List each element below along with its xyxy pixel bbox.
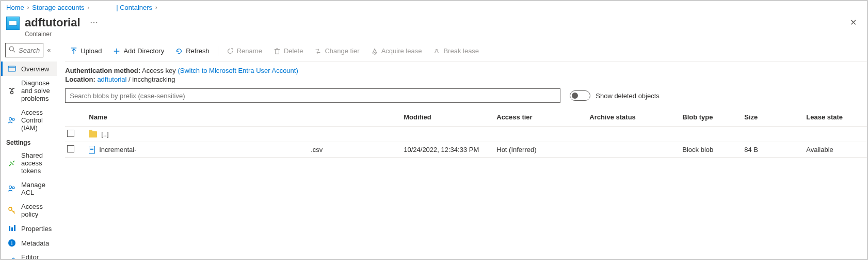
breadcrumb-home[interactable]: Home [6, 4, 24, 11]
col-blob-type[interactable]: Blob type [680, 110, 742, 124]
svg-rect-12 [14, 225, 15, 231]
toolbar-label: Rename [237, 47, 262, 55]
col-lease-state[interactable]: Lease state [804, 110, 866, 124]
row-archive-status [587, 147, 680, 153]
location-container-link[interactable]: adftutorial [97, 75, 126, 83]
rename-button: Rename [221, 44, 267, 58]
sidebar-item-overview[interactable]: Overview [1, 62, 57, 76]
sidebar-item-shared-access-tokens[interactable]: Shared access tokens [1, 148, 57, 178]
key-icon [8, 206, 16, 215]
blob-table: Name Modified Access tier Archive status… [65, 108, 868, 158]
sidebar-item-editor[interactable]: Editor (preview) [1, 250, 57, 260]
sidebar-item-label: Overview [21, 65, 49, 73]
svg-rect-2 [8, 66, 15, 71]
file-icon [89, 146, 95, 154]
sidebar-item-label: Manage ACL [21, 181, 52, 196]
svg-point-6 [12, 118, 14, 120]
col-name[interactable]: Name [87, 110, 309, 124]
table-row[interactable]: Incremental- .csv 10/24/2022, 12:34:33 P… [65, 142, 868, 158]
add-directory-button[interactable]: Add Directory [108, 44, 169, 58]
close-button[interactable]: ✕ [847, 14, 860, 30]
change-tier-button: Change tier [309, 44, 364, 58]
search-icon [9, 46, 15, 54]
col-access-tier[interactable]: Access tier [494, 110, 587, 124]
row-checkbox[interactable] [67, 130, 74, 137]
sidebar-item-label: Access Control (IAM) [21, 109, 52, 132]
sidebar-item-label: Access policy [21, 203, 52, 218]
sidebar-item-label: Editor (preview) [21, 253, 52, 260]
toolbar-label: Change tier [325, 47, 359, 55]
col-archive-status[interactable]: Archive status [587, 110, 680, 124]
switch-auth-link[interactable]: (Switch to Microsoft Entra User Account) [178, 67, 298, 74]
break-lease-icon [433, 48, 440, 55]
sidebar-item-properties[interactable]: Properties [1, 221, 57, 236]
row-name: [..] [101, 130, 108, 138]
row-checkbox[interactable] [67, 145, 74, 152]
diagnose-icon [8, 87, 16, 95]
link-icon [8, 159, 16, 167]
upload-button[interactable]: Upload [65, 44, 107, 58]
table-header: Name Modified Access tier Archive status… [65, 108, 868, 127]
svg-point-7 [9, 186, 12, 189]
chevron-right-icon: › [27, 4, 29, 10]
info-block: Authentication method: Access key (Switc… [65, 62, 868, 88]
breadcrumb-storage-accounts[interactable]: Storage accounts [32, 4, 84, 11]
sidebar-item-diagnose[interactable]: Diagnose and solve problems [1, 76, 57, 105]
sidebar-item-access-control[interactable]: Access Control (IAM) [1, 105, 57, 135]
show-deleted-toggle[interactable] [570, 90, 590, 101]
row-access-tier: Hot (Inferred) [494, 143, 587, 157]
sidebar-item-metadata[interactable]: i Metadata [1, 236, 57, 250]
people-icon [8, 185, 16, 193]
more-actions-button[interactable]: ⋯ [86, 14, 102, 30]
sidebar-item-manage-acl[interactable]: Manage ACL [1, 178, 57, 200]
blob-search-input[interactable] [70, 92, 556, 100]
break-lease-button: Break lease [428, 44, 484, 58]
auth-method-value: Access key [142, 67, 176, 74]
page-title: adftutorial [25, 16, 81, 29]
location-sep: / [128, 75, 131, 83]
sidebar-heading-settings: Settings [1, 135, 57, 148]
refresh-icon [175, 48, 183, 55]
svg-line-1 [13, 51, 15, 53]
change-tier-icon [314, 48, 322, 55]
breadcrumb: Home › Storage accounts › | Containers › [1, 1, 867, 13]
toolbar-label: Refresh [186, 47, 210, 55]
row-name: Incremental- [99, 146, 136, 154]
toolbar: Upload Add Directory Refresh Rename [65, 41, 868, 62]
location-path: incchgtracking [132, 75, 175, 83]
svg-text:i: i [11, 240, 12, 246]
sidebar-item-label: Properties [21, 225, 52, 233]
svg-rect-15 [275, 49, 279, 54]
properties-icon [8, 224, 16, 233]
edit-icon [8, 257, 16, 260]
table-row[interactable]: [..] ⋯ [65, 127, 868, 142]
collapse-sidebar-button[interactable]: « [45, 44, 53, 56]
show-deleted-label: Show deleted objects [596, 92, 660, 100]
sidebar-search[interactable] [5, 43, 43, 57]
delete-button: Delete [268, 44, 309, 58]
acquire-lease-button: Acquire lease [366, 44, 427, 58]
svg-point-8 [12, 187, 14, 189]
breadcrumb-containers[interactable]: | Containers [116, 4, 152, 11]
refresh-button[interactable]: Refresh [170, 44, 215, 58]
col-modified[interactable]: Modified [401, 110, 494, 124]
toolbar-label: Break lease [443, 47, 479, 55]
toolbar-label: Acquire lease [381, 47, 422, 55]
sidebar-search-input[interactable] [19, 47, 40, 54]
plus-icon [113, 48, 120, 55]
svg-point-5 [9, 117, 12, 120]
blob-search[interactable] [65, 88, 560, 103]
toolbar-label: Add Directory [123, 47, 164, 55]
row-more-button[interactable]: ⋯ [866, 126, 868, 142]
container-icon [6, 17, 20, 30]
col-size[interactable]: Size [742, 110, 804, 124]
row-blob-type: Block blob [680, 143, 742, 157]
row-modified: 10/24/2022, 12:34:33 PM [401, 143, 494, 157]
sidebar-item-access-policy[interactable]: Access policy [1, 200, 57, 221]
chevron-right-icon: › [155, 4, 157, 10]
main-content: Upload Add Directory Refresh Rename [57, 41, 868, 260]
svg-rect-11 [11, 227, 13, 231]
row-more-button[interactable]: ⋯ [866, 142, 868, 158]
row-ext: .csv [309, 143, 401, 157]
chevron-right-icon: › [88, 4, 90, 10]
